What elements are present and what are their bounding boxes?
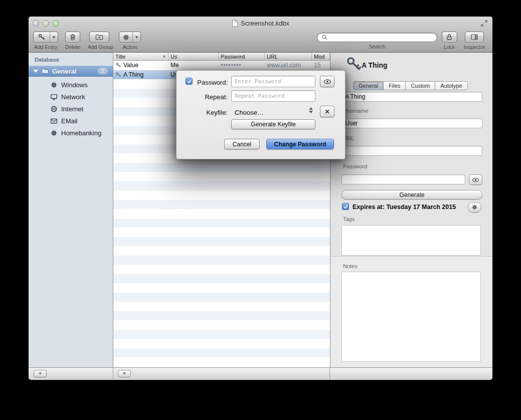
entry-row-empty[interactable] [113,228,330,237]
divider [113,368,113,379]
change-password-button[interactable]: Change Password [266,139,334,149]
entry-row-empty[interactable] [113,320,330,330]
password-field[interactable] [341,174,465,184]
entry-row-empty[interactable] [113,181,330,191]
key-icon [115,62,121,68]
disclosure-triangle-icon[interactable] [33,70,38,73]
gear-icon [50,81,58,89]
key-icon [345,56,363,73]
entry-row-empty[interactable] [113,246,330,256]
entry-row-empty[interactable] [113,283,330,293]
reveal-password-button[interactable] [469,174,482,185]
keyfile-select[interactable]: Choose… [235,109,264,116]
cell-title: A Thing [113,70,168,80]
tab-general[interactable]: General [354,82,384,90]
fullscreen-icon[interactable] [480,20,488,27]
password-placeholder: Enter Password [235,78,281,85]
column-header-us[interactable]: Us [168,53,219,60]
action-button[interactable]: ▼ [119,32,141,43]
column-header-password[interactable]: Password [219,53,265,60]
eye-icon [323,79,331,85]
sidebar-group-label: General [52,68,76,75]
password-input[interactable]: Enter Password [231,76,315,87]
tab-files[interactable]: Files [384,82,406,90]
stepper-arrows-icon[interactable] [309,107,313,113]
sidebar-item-homebanking[interactable]: Homebanking [29,127,113,139]
entry-row-empty[interactable] [113,311,330,321]
entry-row-empty[interactable] [113,163,330,172]
generate-password-button[interactable]: Generate [341,190,482,199]
toolbar-group-add-group: Add Group [88,32,111,50]
entry-row-empty[interactable] [113,293,330,302]
cell-title: Value [113,61,168,70]
delete-button[interactable] [65,32,80,43]
sidebar-item-email[interactable]: EMail [29,115,113,127]
lock-button[interactable] [442,32,457,43]
cancel-button[interactable]: Cancel [224,139,260,149]
notes-textarea[interactable] [341,272,481,362]
toolbar-label: Add Group [88,44,111,50]
entry-row-empty[interactable] [113,200,330,209]
add-entry-plus-button[interactable]: + [118,370,131,377]
add-group-plus-button[interactable]: + [34,370,47,377]
list-header: Title▼UsPasswordURLMod [113,53,330,61]
sidebar-item-windows[interactable]: Windows [29,79,113,91]
username-field[interactable]: User [341,118,482,128]
url-field[interactable] [341,146,482,156]
column-header-title[interactable]: Title▼ [113,53,168,60]
entry-row-empty[interactable] [113,219,330,228]
toolbar-label: Delete [65,44,81,50]
search-input[interactable] [317,33,437,42]
chevron-down-icon[interactable]: ▼ [50,32,58,42]
tags-textarea[interactable] [341,225,481,256]
sidebar-group-general[interactable]: General 2 [29,66,113,77]
inspector-tabs: GeneralFilesCustomAutotype [353,81,468,90]
entry-row-empty[interactable] [113,237,330,247]
entry-row-empty[interactable] [113,339,330,348]
entry-row-empty[interactable] [113,256,330,265]
repeat-input[interactable]: Repeat Password [231,90,315,102]
inspector-button[interactable] [465,32,484,43]
column-header-mod[interactable]: Mod [312,53,330,60]
tab-custom[interactable]: Custom [406,82,435,90]
window-title: Screenshot.kdbx [241,20,289,27]
add-group-button[interactable] [89,32,109,43]
chevron-down-icon[interactable]: ▼ [132,32,140,42]
entry-row-empty[interactable] [113,357,330,367]
reveal-password-button[interactable] [320,76,334,87]
column-header-url[interactable]: URL [265,53,312,60]
repeat-label: Repeat: [192,93,228,101]
toolbar-group-search: Search [317,32,437,50]
entry-row-empty[interactable] [113,302,330,311]
generate-keyfile-button[interactable]: Generate Keyfile [231,119,315,129]
entry-row-empty[interactable] [113,209,330,219]
entry-row-empty[interactable] [113,190,330,200]
bottom-bar: + + [29,367,492,379]
entry-row-value[interactable]: ValueMe••••••••www.url.com15 [113,61,330,70]
inspector-divider [330,256,492,257]
entry-row-empty[interactable] [113,330,330,339]
clear-keyfile-button[interactable]: ✕ [320,106,334,117]
expires-label: Expires at: Tuesday 17 March 2015 [353,203,456,211]
sidebar-item-network[interactable]: Network [29,91,113,103]
toolbar-group-lock: Lock [441,32,457,50]
repeat-placeholder: Repeat Password [235,93,284,99]
expires-checkbox[interactable] [342,203,349,210]
entry-row-empty[interactable] [113,265,330,274]
envelope-icon [50,117,58,125]
toolbar-group-action: ▼ Action [118,32,141,50]
entry-row-empty[interactable] [113,348,330,358]
panel-icon [470,33,478,41]
sidebar-item-label: Windows [61,81,88,89]
sidebar-item-internet[interactable]: Internet [29,103,113,115]
close-icon: ✕ [324,108,329,115]
entry-row-empty[interactable] [113,172,330,181]
entry-row-empty[interactable] [113,274,330,284]
add-entry-button[interactable]: ▼ [33,32,58,43]
sidebar-item-label: EMail [61,117,78,125]
magnifier-icon [321,34,328,41]
expiry-options-button[interactable] [468,202,481,213]
title-field[interactable]: A Thing [341,92,482,102]
change-password-dialog: Password: Enter Password Repeat: Repeat … [176,70,345,159]
tab-autotype[interactable]: Autotype [435,82,467,90]
